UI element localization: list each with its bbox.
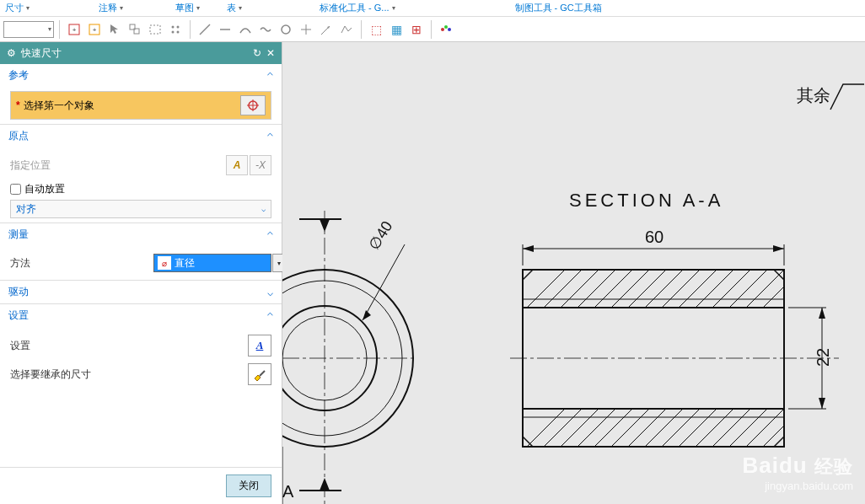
svg-point-18 [441, 28, 444, 31]
menu-gc-tools[interactable]: 制图工具 - GC工具箱 [510, 2, 607, 14]
inherit-brush-button[interactable] [248, 363, 271, 385]
tool-arrow[interactable] [317, 20, 336, 39]
tool-icon-1[interactable]: + [65, 20, 83, 39]
svg-point-10 [177, 30, 180, 33]
dim-dia40: ∅40 [365, 218, 395, 253]
text-style-button[interactable]: A [226, 155, 248, 175]
dim-60: 60 [645, 228, 664, 246]
svg-line-68 [594, 409, 632, 447]
tool-poly[interactable] [337, 20, 356, 39]
svg-point-7 [172, 25, 175, 28]
alignment-dropdown[interactable]: 对齐⌵ [10, 200, 271, 218]
panel-title: 快速尺寸 [21, 46, 248, 61]
svg-line-62 [746, 270, 784, 308]
target-picker-button[interactable] [240, 95, 266, 115]
refresh-icon[interactable]: ↻ [253, 47, 261, 59]
panel-close-icon[interactable]: ✕ [266, 47, 275, 59]
gear-icon[interactable]: ⚙ [7, 47, 16, 59]
tool-cross[interactable] [297, 20, 315, 39]
section-settings[interactable]: 设置⌵ [0, 304, 282, 327]
surface-note-text: 其余 [797, 86, 830, 105]
section-label: SECTION A-A [569, 190, 723, 211]
svg-line-61 [729, 270, 767, 308]
svg-line-56 [645, 270, 683, 308]
svg-point-8 [177, 25, 180, 28]
svg-marker-88 [819, 398, 825, 409]
menu-sketch[interactable]: 草图▾ [170, 2, 205, 14]
svg-line-67 [578, 409, 615, 447]
svg-line-40 [523, 270, 533, 280]
svg-line-54 [611, 270, 649, 308]
svg-text:+: + [73, 26, 77, 34]
svg-line-43 [774, 437, 784, 447]
section-reference[interactable]: 参考⌵ [0, 64, 282, 87]
tool-view3[interactable]: ⊞ [407, 20, 426, 39]
svg-marker-83 [773, 245, 784, 252]
required-star-icon: * [16, 99, 20, 111]
svg-line-50 [544, 270, 582, 308]
settings-label: 设置 [10, 339, 248, 353]
svg-line-55 [628, 270, 666, 308]
toolbar: ▾ + + ⬚ ▦ ⊞ [0, 17, 865, 42]
tool-line2[interactable] [216, 20, 234, 39]
section-origin[interactable]: 原点⌵ [0, 125, 282, 147]
auto-place-checkbox[interactable] [10, 184, 21, 195]
svg-line-69 [611, 409, 649, 447]
specify-location-label: 指定位置 [10, 158, 226, 173]
dim-22: 22 [814, 348, 832, 367]
svg-line-77 [746, 409, 784, 447]
method-label: 方法 [10, 256, 153, 271]
coord-button[interactable]: -X [250, 155, 271, 175]
tool-rect-dashed[interactable] [146, 20, 164, 39]
section-drive[interactable]: 驱动⌵ [0, 281, 282, 303]
diameter-icon: ⌀ [158, 256, 171, 270]
tool-wave[interactable] [256, 20, 275, 39]
watermark: Baidu 经验 jingyan.baidu.com [743, 453, 853, 492]
svg-marker-38 [320, 478, 330, 491]
svg-line-78 [763, 426, 784, 447]
svg-line-53 [594, 270, 632, 308]
tool-palette[interactable] [437, 20, 455, 39]
front-view: ∅40 A [282, 211, 417, 504]
svg-line-57 [662, 270, 700, 308]
select-first-object-row[interactable]: * 选择第一个对象 [10, 91, 271, 120]
close-button[interactable]: 关闭 [226, 475, 271, 497]
tool-pointer[interactable] [105, 20, 124, 39]
text-style-aa-button[interactable]: A [248, 335, 271, 357]
menu-size[interactable]: 尺寸▾ [0, 2, 35, 14]
svg-line-74 [696, 409, 733, 447]
svg-line-59 [696, 270, 733, 308]
svg-line-42 [523, 437, 533, 447]
tool-circle[interactable] [277, 20, 295, 39]
tool-view1[interactable]: ⬚ [367, 20, 385, 39]
tool-curve[interactable] [236, 20, 255, 39]
auto-place-checkbox-row[interactable]: 自动放置 [10, 179, 271, 200]
tool-dots[interactable] [166, 20, 185, 39]
svg-marker-82 [523, 245, 534, 252]
svg-point-13 [282, 25, 290, 34]
svg-marker-36 [320, 219, 330, 232]
method-select[interactable]: ⌀ 直径 ▾ [153, 254, 271, 272]
toolbar-dropdown[interactable]: ▾ [3, 21, 54, 38]
inherit-dim-label: 选择要继承的尺寸 [10, 367, 248, 382]
tool-view2[interactable]: ▦ [387, 20, 406, 39]
svg-line-52 [578, 270, 615, 308]
menu-std-tools[interactable]: 标准化工具 - G...▾ [314, 2, 400, 14]
arrow-a-label: A [282, 482, 294, 501]
cad-drawing: 其余 ∅40 A [282, 42, 865, 504]
svg-line-11 [200, 24, 210, 35]
tool-line[interactable] [196, 20, 214, 39]
menu-table[interactable]: 表▾ [222, 2, 247, 14]
section-measure[interactable]: 测量⌵ [0, 223, 282, 246]
svg-line-71 [645, 409, 683, 447]
tool-select-rect[interactable] [126, 20, 144, 39]
svg-line-70 [628, 409, 666, 447]
panel-header: ⚙ 快速尺寸 ↻ ✕ [0, 42, 282, 64]
drawing-canvas[interactable]: 其余 ∅40 A [282, 42, 865, 504]
menu-bar: 尺寸▾ 注释▾ 草图▾ 表▾ 标准化工具 - G...▾ 制图工具 - GC工具… [0, 0, 865, 17]
svg-line-51 [561, 270, 599, 308]
menu-annotate[interactable]: 注释▾ [94, 2, 128, 14]
svg-line-24 [260, 371, 265, 376]
tool-icon-2[interactable]: + [85, 20, 104, 39]
svg-text:+: + [93, 26, 97, 34]
